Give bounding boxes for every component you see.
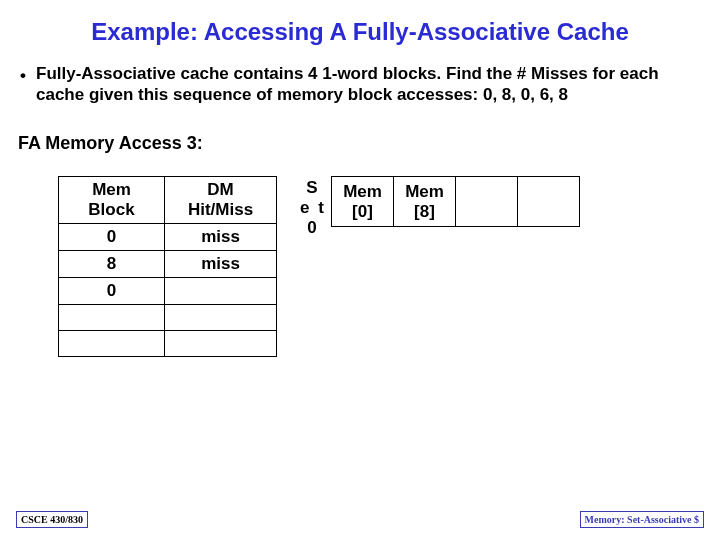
table-row <box>59 305 277 331</box>
bullet-block: • Fully-Associative cache contains 4 1-w… <box>0 54 720 105</box>
access-header-result: DM Hit/Miss <box>165 177 277 224</box>
access-table: Mem Block DM Hit/Miss 0 miss 8 miss 0 <box>58 176 277 357</box>
access-cell-result <box>165 278 277 305</box>
table-row: 0 miss <box>59 224 277 251</box>
set-label-line: S <box>295 178 331 198</box>
tables-row: Mem Block DM Hit/Miss 0 miss 8 miss 0 S … <box>0 154 720 357</box>
access-cell-result: miss <box>165 224 277 251</box>
table-row <box>59 331 277 357</box>
table-row: 8 miss <box>59 251 277 278</box>
cache-cell <box>518 177 580 227</box>
footer-course-code: CSCE 430/830 <box>16 511 88 528</box>
cache-cell <box>456 177 518 227</box>
bullet-item: • Fully-Associative cache contains 4 1-w… <box>20 64 700 105</box>
cache-cell: Mem [0] <box>332 177 394 227</box>
set-label-line: e t <box>295 198 331 218</box>
footer-topic: Memory: Set-Associative $ <box>580 511 704 528</box>
bullet-dot-icon: • <box>20 64 36 86</box>
access-cell-block <box>59 331 165 357</box>
cache-set-label: S e t 0 <box>295 176 331 237</box>
cache-area: S e t 0 Mem [0] Mem [8] <box>295 176 580 237</box>
access-cell-block: 8 <box>59 251 165 278</box>
access-cell-result <box>165 331 277 357</box>
table-row: Mem Block DM Hit/Miss <box>59 177 277 224</box>
access-heading: FA Memory Access 3: <box>0 105 720 154</box>
access-cell-result <box>165 305 277 331</box>
access-cell-block: 0 <box>59 224 165 251</box>
table-row: Mem [0] Mem [8] <box>332 177 580 227</box>
access-cell-result: miss <box>165 251 277 278</box>
bullet-text: Fully-Associative cache contains 4 1-wor… <box>36 64 700 105</box>
cache-cell: Mem [8] <box>394 177 456 227</box>
access-cell-block: 0 <box>59 278 165 305</box>
access-header-block: Mem Block <box>59 177 165 224</box>
table-row: 0 <box>59 278 277 305</box>
cache-table: Mem [0] Mem [8] <box>331 176 580 227</box>
set-label-line: 0 <box>295 218 331 238</box>
access-cell-block <box>59 305 165 331</box>
slide-title: Example: Accessing A Fully-Associative C… <box>0 0 720 54</box>
